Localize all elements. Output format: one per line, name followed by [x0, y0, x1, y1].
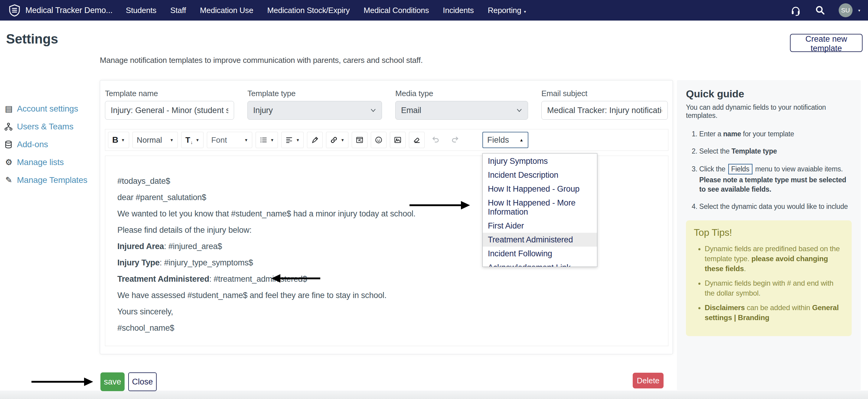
page-footer — [0, 391, 868, 399]
top-tips-list: Dynamic fields are predifined based on t… — [694, 244, 844, 323]
quick-guide-title: Quick guide — [686, 88, 852, 100]
editor-paragraph: We have assessed #student_name$ and feel… — [117, 287, 659, 303]
text-color-button[interactable] — [307, 132, 323, 148]
template-name-field: Template name — [105, 89, 234, 120]
chevron-down-icon — [370, 108, 376, 112]
link-icon — [330, 136, 338, 144]
font-size-button[interactable]: T↓ ▼ — [181, 132, 204, 148]
template-name-label: Template name — [105, 89, 234, 98]
insert-image-button[interactable] — [390, 132, 406, 148]
template-name-input[interactable] — [105, 101, 234, 120]
caret-down-icon: ▼ — [170, 138, 174, 142]
caret-up-icon: ▲ — [519, 137, 524, 142]
sidebar-item-add-ons[interactable]: Add-ons — [4, 135, 98, 153]
media-type-label: Media type — [395, 89, 528, 98]
page-subtitle: Manage notification templates to improve… — [100, 56, 423, 65]
fields-dropdown-menu: Injury Symptoms Incident Description How… — [483, 153, 597, 267]
link-button[interactable]: ▼ — [326, 132, 348, 148]
users-teams-icon — [4, 123, 13, 131]
caret-down-icon: ▼ — [196, 138, 199, 142]
template-type-select[interactable]: Injury — [247, 101, 382, 120]
bullet-list-button[interactable]: ▼ — [255, 132, 278, 148]
video-embed-button[interactable] — [352, 132, 368, 148]
quick-guide-note: Please note a template type must be sele… — [699, 175, 852, 194]
quick-guide-step-4: Select the dynamic data you would like t… — [699, 202, 852, 211]
nav-item-students[interactable]: Students — [126, 6, 156, 15]
top-tips-box: Top Tips! Dynamic fields are predifined … — [686, 220, 852, 336]
user-menu[interactable]: SU ▾ — [839, 3, 860, 17]
nav-item-medication-stock-expiry[interactable]: Medication Stock/Expiry — [267, 6, 350, 15]
menu-item-injury-symptoms[interactable]: Injury Symptoms — [483, 154, 597, 168]
image-icon — [394, 136, 402, 144]
chevron-down-icon: ▾ — [858, 8, 860, 13]
nav-item-reporting[interactable]: Reporting▾ — [488, 6, 526, 15]
avatar: SU — [839, 3, 852, 17]
paragraph-align-button[interactable]: ▼ — [281, 132, 304, 148]
undo-icon — [432, 136, 440, 144]
menu-item-first-aider[interactable]: First Aider — [483, 219, 597, 233]
quick-guide-intro: You can add dynamic fields to your notif… — [686, 103, 852, 120]
caret-down-icon: ▼ — [270, 138, 274, 142]
paragraph-style-select[interactable]: Normal ▼ — [132, 132, 178, 148]
eraser-icon — [413, 136, 421, 144]
nav-item-staff[interactable]: Staff — [170, 6, 186, 15]
font-family-select[interactable]: Font ▼ — [207, 132, 252, 148]
redo-icon — [451, 136, 459, 144]
brand[interactable]: Medical Tracker Demo... — [8, 4, 113, 17]
quick-guide-step-1: Enter a name for your template — [699, 129, 852, 139]
top-tip-2: Dynamic fields begin with # and end with… — [705, 278, 844, 298]
emoji-button[interactable] — [371, 132, 386, 148]
sidebar-item-account-settings[interactable]: ▤ Account settings — [4, 100, 98, 118]
top-navbar: Medical Tracker Demo... Students Staff M… — [0, 0, 868, 21]
menu-item-how-it-happened-group[interactable]: How It Happened - Group — [483, 182, 597, 196]
save-button[interactable]: save — [100, 372, 125, 391]
template-editor-card: Template name Template type Injury Media… — [100, 80, 673, 354]
menu-item-acknowledgement-link[interactable]: Acknowledgement Link — [483, 261, 597, 267]
fields-menu-button[interactable]: Fields ▲ — [483, 132, 528, 148]
email-subject-field: Email subject — [541, 89, 668, 120]
email-subject-input[interactable] — [541, 101, 668, 120]
editor-paragraph: Treatment Administered: #treatment_admin… — [117, 271, 659, 287]
bold-button[interactable]: B ▼ — [108, 132, 129, 148]
delete-button[interactable]: Delete — [633, 373, 663, 389]
close-button[interactable]: Close — [128, 372, 157, 391]
brand-label: Medical Tracker Demo... — [25, 6, 113, 15]
caret-down-icon: ▼ — [121, 138, 125, 142]
editor-paragraph: Yours sincerely, — [117, 303, 659, 320]
nav-item-medical-conditions[interactable]: Medical Conditions — [364, 6, 429, 15]
search-icon[interactable] — [814, 4, 826, 16]
sidebar-item-users-teams[interactable]: Users & Teams — [4, 118, 98, 135]
chevron-down-icon: ▾ — [524, 9, 526, 14]
quick-guide-step-3: Click the Fields menu to view avaiable i… — [699, 164, 852, 194]
caret-down-icon: ▼ — [296, 138, 300, 142]
clear-format-button[interactable] — [409, 132, 425, 148]
template-fields-row: Template name Template type Injury Media… — [100, 80, 673, 120]
menu-item-treatment-administered[interactable]: Treatment Administered — [483, 233, 597, 247]
redo-button[interactable] — [447, 132, 463, 148]
sidebar-item-manage-lists[interactable]: ⚙ Manage lists — [4, 153, 98, 171]
menu-item-how-it-happened-more-information[interactable]: How It Happened - More Information — [483, 196, 597, 219]
undo-button[interactable] — [428, 132, 444, 148]
caret-down-icon: ▼ — [244, 138, 248, 142]
gear-icon: ⚙ — [4, 158, 13, 167]
app-logo-shield-icon — [8, 4, 21, 17]
sidebar-item-manage-templates[interactable]: ✎ Manage Templates — [4, 171, 98, 189]
quick-guide-step-2: Select the Template type — [699, 146, 852, 156]
top-tips-title: Top Tips! — [694, 227, 844, 238]
menu-item-incident-following[interactable]: Incident Following — [483, 247, 597, 261]
quick-guide-steps: Enter a name for your template Select th… — [686, 129, 852, 211]
top-tip-1: Dynamic fields are predifined based on t… — [705, 244, 844, 273]
nav-item-incidents[interactable]: Incidents — [443, 6, 474, 15]
create-new-template-button[interactable]: Create new template — [790, 34, 863, 52]
pencil-icon: ✎ — [4, 175, 13, 185]
nav-item-medication-use[interactable]: Medication Use — [200, 6, 253, 15]
add-ons-database-icon — [4, 140, 13, 149]
menu-item-incident-description[interactable]: Incident Description — [483, 168, 597, 182]
email-subject-label: Email subject — [541, 89, 668, 98]
media-type-select[interactable]: Email — [395, 101, 528, 120]
template-type-field: Template type Injury — [247, 89, 382, 120]
page-title: Settings — [6, 31, 58, 46]
smiley-icon — [375, 136, 382, 144]
support-headset-icon[interactable] — [790, 4, 802, 16]
bullet-list-icon — [259, 136, 267, 144]
